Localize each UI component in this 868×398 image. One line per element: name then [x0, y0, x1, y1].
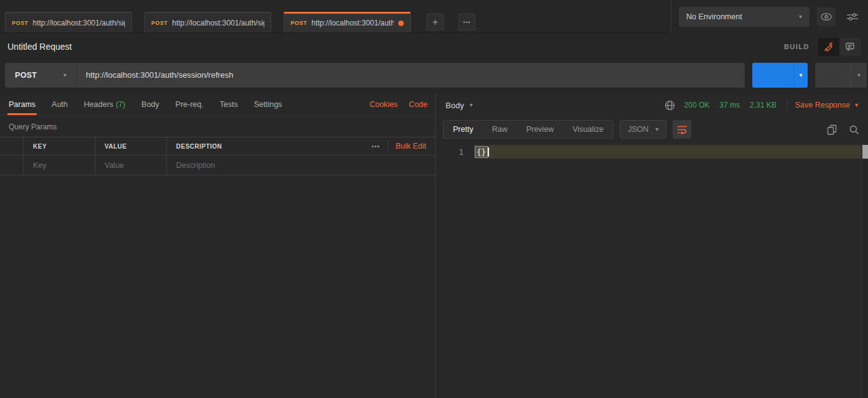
response-body-selector[interactable]: Body ▾ — [446, 101, 473, 110]
description-column-header: DESCRIPTION — [166, 137, 365, 155]
request-tab-1[interactable]: POST http://localhost:3001/auth/sig... — [5, 12, 132, 32]
request-header: Untitled Request BUILD — [0, 33, 868, 60]
tab-bar: POST http://localhost:3001/auth/sig... P… — [0, 0, 868, 33]
current-line-highlight[interactable]: {} — [474, 145, 861, 159]
response-stats: 200 OK 37 ms 2.31 KB Save Response ▾ — [665, 100, 858, 111]
build-mode-label: BUILD — [784, 43, 810, 50]
tab-tests[interactable]: Tests — [218, 93, 239, 115]
param-value-input[interactable] — [105, 161, 166, 170]
response-toolbar: Pretty Raw Preview Visualize JSON ▾ — [436, 117, 868, 142]
chevron-down-icon: ▾ — [799, 72, 802, 78]
query-params-table: KEY VALUE DESCRIPTION ••• Bulk Edit — [0, 137, 435, 175]
param-key-input[interactable] — [33, 161, 95, 170]
query-params-title: Query Params — [0, 116, 435, 137]
environment-selected-label: No Environment — [686, 12, 742, 21]
response-body-editor[interactable]: 1 {} — [436, 142, 868, 398]
text-cursor — [488, 147, 489, 157]
column-options-icon[interactable]: ••• — [371, 143, 380, 150]
request-method-tag: POST — [291, 20, 307, 26]
url-builder-row: POST ▾ Send ▾ Save ▾ — [0, 60, 868, 93]
tab-params[interactable]: Params — [7, 93, 37, 115]
cookies-link[interactable]: Cookies — [370, 100, 398, 109]
send-options-button[interactable]: ▾ — [793, 63, 808, 88]
view-raw[interactable]: Raw — [483, 121, 517, 138]
response-meta-bar: Body ▾ 200 OK 37 ms 2.31 KB Save Respons… — [436, 93, 868, 117]
params-handle-column — [0, 137, 23, 155]
environment-settings-button[interactable] — [843, 7, 862, 26]
chevron-down-icon: ▾ — [470, 102, 473, 108]
divider — [786, 100, 787, 111]
param-description-input[interactable] — [176, 161, 435, 170]
request-title[interactable]: Untitled Request — [7, 42, 72, 52]
chevron-down-icon: ▾ — [857, 72, 861, 78]
response-toolbar-right — [825, 123, 861, 136]
save-split-button: Save ▾ — [815, 63, 867, 88]
save-button[interactable]: Save — [815, 63, 851, 88]
environment-selector[interactable]: No Environment ▾ — [679, 7, 810, 27]
comment-icon — [845, 42, 855, 52]
params-row-handle — [0, 155, 23, 175]
url-builder: POST ▾ — [5, 63, 745, 88]
tab-body[interactable]: Body — [140, 93, 161, 115]
scrollbar-thumb[interactable] — [862, 145, 868, 159]
environment-area: No Environment ▾ — [671, 0, 868, 33]
divider — [388, 141, 388, 152]
edit-mode-button[interactable] — [818, 38, 839, 56]
save-options-button[interactable]: ▾ — [851, 63, 867, 88]
tab-auth[interactable]: Auth — [50, 93, 69, 115]
json-brackets: {} — [475, 147, 487, 157]
sliders-icon — [846, 12, 859, 22]
tab-headers[interactable]: Headers (7) — [83, 93, 127, 115]
eye-icon — [820, 12, 833, 22]
response-panel: Body ▾ 200 OK 37 ms 2.31 KB Save Respons… — [436, 93, 868, 398]
bulk-edit-link[interactable]: Bulk Edit — [396, 142, 426, 150]
response-time[interactable]: 37 ms — [719, 101, 740, 109]
network-globe-icon — [665, 100, 675, 111]
method-selected-label: POST — [15, 71, 37, 80]
code-link[interactable]: Code — [409, 100, 427, 109]
view-preview[interactable]: Preview — [517, 121, 563, 138]
comments-button[interactable] — [839, 38, 861, 56]
value-column-header: VALUE — [95, 137, 166, 155]
request-method-tag: POST — [12, 20, 29, 26]
tab-settings[interactable]: Settings — [253, 93, 283, 115]
tab-options-button[interactable]: ••• — [459, 14, 475, 30]
method-selector[interactable]: POST ▾ — [5, 63, 77, 88]
search-response-button[interactable] — [847, 123, 861, 136]
request-tab-url: http://localhost:3001/auth/ses... — [312, 19, 394, 27]
pencil-icon — [824, 42, 834, 52]
status-badge[interactable]: 200 OK — [684, 101, 710, 109]
headers-count-badge: (7) — [116, 100, 125, 109]
environment-quick-look-button[interactable] — [817, 7, 836, 26]
request-sub-tabs: Params Auth Headers (7) Body Pre-req. Te… — [0, 93, 435, 116]
view-pretty[interactable]: Pretty — [444, 121, 483, 138]
response-view-tabs: Pretty Raw Preview Visualize — [443, 120, 614, 139]
key-column-header: KEY — [23, 137, 95, 155]
save-response-button[interactable]: Save Response ▾ — [795, 101, 858, 109]
copy-response-button[interactable] — [825, 123, 839, 136]
request-tab-3-active[interactable]: POST http://localhost:3001/auth/ses... — [284, 12, 411, 32]
send-split-button: Send ▾ — [752, 63, 808, 88]
send-button[interactable]: Send — [752, 63, 793, 88]
tab-pre-request[interactable]: Pre-req. — [174, 93, 205, 115]
chevron-down-icon: ▾ — [655, 126, 658, 132]
response-format-selector[interactable]: JSON ▾ — [620, 120, 666, 139]
params-table-row — [0, 155, 435, 175]
view-visualize[interactable]: Visualize — [563, 121, 613, 138]
chevron-down-icon: ▾ — [855, 102, 858, 108]
request-tab-2[interactable]: POST http://localhost:3001/auth/sig... — [144, 12, 271, 32]
mode-toggle-group — [818, 38, 861, 56]
new-tab-button[interactable]: + — [427, 14, 444, 30]
format-selected-label: JSON — [628, 125, 648, 134]
response-size[interactable]: 2.31 KB — [750, 101, 777, 109]
request-url-input[interactable] — [77, 63, 745, 88]
editor-scrollbar[interactable] — [861, 142, 868, 398]
text-wrap-icon — [677, 125, 688, 134]
chevron-down-icon: ▾ — [63, 72, 67, 78]
wrap-lines-button[interactable] — [673, 120, 691, 139]
request-method-tag: POST — [151, 20, 168, 26]
open-tabs-strip: POST http://localhost:3001/auth/sig... P… — [0, 12, 475, 32]
search-icon — [849, 124, 859, 135]
line-number: 1 — [436, 147, 474, 157]
request-links: Cookies Code — [370, 93, 427, 115]
